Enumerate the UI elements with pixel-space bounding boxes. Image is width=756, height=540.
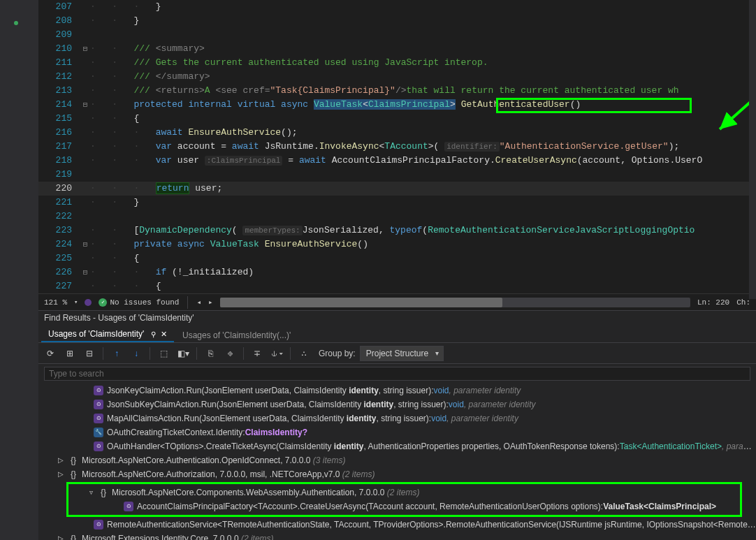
result-text: Microsoft.AspNetCore.Authorization, 7.0.…	[82, 467, 756, 481]
fold-toggle[interactable]: ⊟	[80, 238, 90, 251]
fold-toggle	[80, 70, 90, 84]
method-icon: ⊙	[123, 501, 134, 512]
filter-write-button[interactable]: ◧▾	[175, 346, 191, 361]
find-tabs: Usages of 'ClaimsIdentity' ⚲ ✕ Usages of…	[38, 326, 756, 343]
fold-toggle	[80, 279, 90, 293]
find-tab-2[interactable]: Usages of 'ClaimsIdentity(...)'	[175, 328, 298, 342]
next-result-button[interactable]: ↓	[129, 346, 144, 361]
code-content: · · /// </summary>	[90, 70, 756, 84]
result-text: OAuthHandler<TOptions>.CreateTicketAsync…	[107, 439, 756, 453]
fold-toggle	[80, 154, 90, 168]
prev-result-button[interactable]: ↑	[109, 346, 124, 361]
close-icon[interactable]: ✕	[161, 330, 167, 338]
fold-toggle[interactable]: ⊟	[80, 98, 90, 112]
fold-toggle	[80, 251, 90, 265]
code-editor[interactable]: 207· · · }208· · }209210⊟· · /// <summar…	[38, 0, 756, 310]
code-line[interactable]: 227· · · {	[38, 279, 756, 293]
filter-read-button[interactable]: ⬚	[156, 346, 171, 361]
nav-forward-icon[interactable]: ▸	[208, 298, 213, 307]
line-number: 213	[38, 84, 80, 98]
line-number: 222	[38, 210, 80, 224]
zoom-level[interactable]: 121 %	[44, 298, 67, 307]
code-line[interactable]: 220· · · return user;	[38, 182, 756, 196]
line-number: 221	[38, 196, 80, 210]
fold-toggle	[80, 140, 90, 154]
tree-group[interactable]: ▷{}Microsoft.Extensions.Identity.Core, 7…	[38, 532, 756, 540]
fold-toggle	[80, 196, 90, 210]
result-text: Microsoft.AspNetCore.Authentication.Open…	[82, 453, 756, 467]
refresh-button[interactable]: ⟳	[43, 346, 58, 361]
settings-icon[interactable]: ⛬	[296, 346, 312, 361]
tree-item[interactable]: ⊙JsonKeyClaimAction.Run(JsonElement user…	[38, 384, 756, 397]
expand-all-button[interactable]: ⊞	[62, 346, 78, 361]
find-search-input[interactable]	[44, 367, 750, 381]
method-icon: ⊙	[93, 519, 104, 530]
code-line[interactable]: 221· · }	[38, 196, 756, 210]
fold-toggle	[80, 168, 90, 182]
code-line[interactable]: 209	[38, 28, 756, 42]
fold-toggle[interactable]: ⊟	[80, 265, 90, 279]
code-line[interactable]: 219	[38, 168, 756, 182]
nav-back-icon[interactable]: ◂	[196, 298, 201, 307]
fold-toggle[interactable]: ⊟	[80, 42, 90, 56]
code-line[interactable]: 215· · {	[38, 112, 756, 126]
fold-toggle	[80, 182, 90, 196]
code-line[interactable]: 217· · · var account = await JsRuntime.I…	[38, 140, 756, 154]
fold-toggle	[80, 56, 90, 70]
code-line[interactable]: 222	[38, 210, 756, 224]
issues-indicator[interactable]: ✓ No issues found	[99, 298, 179, 307]
code-line[interactable]: 218· · · var user :ClaimsPrincipal = awa…	[38, 154, 756, 168]
preview-button[interactable]: ⎘	[203, 346, 218, 361]
tree-group[interactable]: ▷{}Microsoft.AspNetCore.Authentication.O…	[38, 453, 756, 467]
tree-item[interactable]: ⊙AccountClaimsPrincipalFactory<TAccount>…	[68, 499, 740, 513]
tree-item[interactable]: ⊙MapAllClaimsAction.Run(JsonElement user…	[38, 411, 756, 425]
annotation-highlight-box: ▿{}Microsoft.AspNetCore.Components.WebAs…	[66, 482, 742, 517]
code-line[interactable]: 213· · /// <returns>A <see cref="Task{Cl…	[38, 84, 756, 98]
code-line[interactable]: 211· · /// Gets the current authenticate…	[38, 56, 756, 70]
tree-item[interactable]: ⊙OAuthHandler<TOptions>.CreateTicketAsyn…	[38, 439, 756, 453]
code-line[interactable]: 225· · {	[38, 251, 756, 265]
line-number: 227	[38, 279, 80, 293]
code-line[interactable]: 210⊟· · /// <summary>	[38, 42, 756, 56]
show-ignored-button[interactable]: ∓	[249, 346, 265, 361]
tree-group[interactable]: ▿{}Microsoft.AspNetCore.Components.WebAs…	[68, 486, 740, 499]
line-number: 219	[38, 168, 80, 182]
open-button[interactable]: ⎆	[222, 346, 238, 361]
fold-toggle	[80, 210, 90, 224]
code-content	[90, 210, 756, 224]
code-line[interactable]: 208· · }	[38, 14, 756, 28]
code-line[interactable]: 224⊟· · private async ValueTask EnsureAu…	[38, 238, 756, 251]
tree-item[interactable]: ⊙RemoteAuthenticationService<TRemoteAuth…	[38, 518, 756, 532]
annotation-highlight-box	[496, 98, 692, 113]
expand-arrow-icon[interactable]: ▿	[87, 486, 95, 499]
find-results-tree[interactable]: ⊙JsonKeyClaimAction.Run(JsonElement user…	[38, 382, 756, 540]
code-content: · · [DynamicDependency( memberTypes:Json…	[90, 224, 756, 238]
expand-arrow-icon[interactable]: ▷	[57, 453, 65, 467]
zoom-dropdown-icon[interactable]: ▾	[74, 298, 78, 306]
find-panel-title: Find Results - Usages of 'ClaimsIdentity…	[38, 311, 756, 326]
code-content: · · {	[90, 251, 756, 265]
code-line[interactable]: 226⊟· · · if (!_initialized)	[38, 265, 756, 279]
line-number: 224	[38, 238, 80, 251]
expand-arrow-icon[interactable]: ▷	[57, 467, 65, 481]
tree-item[interactable]: ⊙JsonSubKeyClaimAction.Run(JsonElement u…	[38, 397, 756, 411]
find-tab-1[interactable]: Usages of 'ClaimsIdentity' ⚲ ✕	[41, 327, 174, 342]
tree-group[interactable]: ▷{}Microsoft.AspNetCore.Authorization, 7…	[38, 467, 756, 481]
merged-button[interactable]: ⫝▾	[269, 346, 284, 361]
namespace-icon: {}	[98, 487, 109, 498]
collapse-all-button[interactable]: ⊟	[82, 346, 97, 361]
code-line[interactable]: 207· · · }	[38, 0, 756, 14]
tree-item[interactable]: 🔧OAuthCreatingTicketContext.Identity:Cla…	[38, 425, 756, 439]
expand-arrow-icon[interactable]: ▷	[57, 532, 65, 540]
groupby-dropdown[interactable]: Project Structure	[360, 346, 444, 361]
code-line[interactable]: 223· · [DynamicDependency( memberTypes:J…	[38, 224, 756, 238]
pin-icon[interactable]: ⚲	[151, 330, 156, 338]
line-number: 223	[38, 224, 80, 238]
code-line[interactable]: 216· · · await EnsureAuthService();	[38, 126, 756, 140]
fold-toggle	[80, 14, 90, 28]
horizontal-scrollbar[interactable]	[220, 298, 690, 307]
code-line[interactable]: 212· · /// </summary>	[38, 70, 756, 84]
minimap[interactable]	[749, 0, 756, 299]
find-results-panel: Find Results - Usages of 'ClaimsIdentity…	[38, 310, 756, 540]
result-text: MapAllClaimsAction.Run(JsonElement userD…	[107, 411, 756, 425]
